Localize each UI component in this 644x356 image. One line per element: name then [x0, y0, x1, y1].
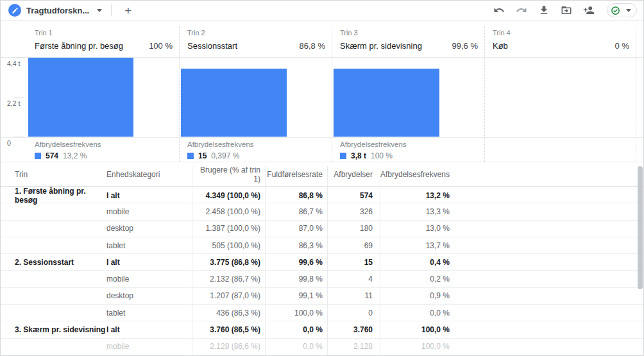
edit-pencil-icon: [8, 4, 21, 17]
cell-abandonment-rate: 13,7 %: [380, 241, 450, 250]
cell-completion: 86,8 %: [265, 191, 327, 200]
step-percent: 0 %: [615, 41, 629, 51]
cell-abandonment-rate: 100,0 %: [380, 342, 450, 351]
cell-users: 2.128 (86,6 %): [192, 342, 265, 351]
cell-trin: 2. Sessionsstart: [1, 258, 106, 267]
column-header-users: Brugere (% af trin 1): [192, 165, 265, 183]
funnel-step-header-2[interactable]: Trin 2 Sessionsstart 86,8 %: [179, 29, 332, 57]
funnel-step-header-4[interactable]: Trin 4 Køb 0 %: [484, 29, 636, 57]
step-label: Trin 2: [187, 29, 325, 37]
cell-abandonment-rate: 100,0 %: [380, 325, 450, 334]
funnel-bar-step-2[interactable]: [181, 69, 287, 137]
cell-completion: 0,0 %: [265, 342, 327, 351]
cell-abandonment-rate: 0,2 %: [380, 275, 450, 284]
cell-abandonment-rate: 13,3 %: [380, 207, 450, 216]
chevron-down-icon[interactable]: [97, 9, 102, 12]
cell-abandonments: 326: [327, 207, 380, 216]
cell-completion: 86,3 %: [265, 241, 327, 250]
cell-device: I alt: [106, 191, 192, 200]
cell-device: I alt: [106, 258, 192, 267]
column-header-completion: Fuldførelsesrate: [265, 170, 327, 179]
funnel-bar-step-1[interactable]: [28, 58, 133, 137]
step-name: Skærm pr. sidevisning: [340, 41, 422, 51]
cell-completion: 99,1 %: [265, 291, 327, 300]
column-header-trin: Trin: [1, 170, 106, 179]
table-row[interactable]: desktop 1.387 (100,0 %) 87,0 % 180 13,0 …: [1, 221, 644, 237]
cell-users: 1.207 (87,0 %): [192, 291, 265, 300]
tab-title: Tragtudforskn...: [26, 6, 89, 15]
funnel-step-header-1[interactable]: Trin 1 Første åbning pr. besøg 100 %: [26, 29, 179, 57]
analytics-funnel-exploration: Tragtudforskn... +: [0, 0, 644, 356]
cell-abandonments: 3.760: [327, 325, 380, 334]
check-circle-icon: [611, 6, 620, 15]
exploration-tab[interactable]: Tragtudforskn...: [8, 4, 102, 17]
vertical-scrollbar[interactable]: [638, 166, 643, 289]
table-column-divider: [380, 166, 380, 356]
cell-abandonments: 69: [327, 241, 380, 250]
table-row[interactable]: 3. Skærm pr. sidevisning I alt 3.760 (86…: [1, 321, 644, 338]
chevron-down-icon: [626, 9, 631, 12]
step-percent: 86,8 %: [300, 41, 325, 51]
column-header-abandonments: Afbrydelser: [327, 170, 380, 179]
cell-users: 436 (86,3 %): [192, 309, 265, 318]
undo-icon[interactable]: [493, 4, 505, 16]
table-row[interactable]: tablet 505 (100,0 %) 86,3 % 69 13,7 %: [1, 237, 644, 254]
dropoff-label: Afbrydelsesfrekvens: [187, 140, 254, 148]
funnel-plot-area: [1, 57, 644, 137]
cell-trin: 1. Første åbning pr. besøg: [1, 187, 106, 205]
y-axis-label: 2,2 t: [7, 99, 20, 107]
y-axis-tick: [13, 57, 24, 58]
add-user-icon[interactable]: [583, 4, 595, 16]
table-column-divider: [327, 166, 328, 356]
add-tab-button[interactable]: +: [119, 3, 137, 18]
cell-device: tablet: [106, 309, 192, 318]
cell-users: 4.349 (100,0 %): [192, 191, 265, 200]
redo-icon[interactable]: [516, 4, 527, 16]
dropoff-value: 574: [46, 151, 58, 160]
cell-device: mobile: [106, 342, 192, 351]
cell-device: I alt: [106, 325, 192, 334]
table-row[interactable]: tablet 436 (86,3 %) 100,0 % 0 0,0 %: [1, 305, 644, 321]
table-row[interactable]: mobile 2.128 (86,6 %) 0,0 % 2.128 100,0 …: [1, 339, 644, 355]
status-pill[interactable]: [607, 3, 637, 17]
cell-abandonment-rate: 13,0 %: [380, 224, 450, 233]
dropoff-percent: 0,397 %: [211, 151, 239, 160]
dropoff-value: 15: [198, 151, 207, 160]
cell-device: mobile: [106, 207, 192, 216]
cell-device: mobile: [106, 275, 192, 284]
divider: [111, 4, 112, 16]
y-axis-tick: [13, 97, 24, 97]
dropoff-percent: 100 %: [371, 151, 393, 160]
table-row[interactable]: desktop 1.207 (87,0 %) 99,1 % 11 0,9 %: [1, 288, 644, 305]
cell-abandonment-rate: 0,9 %: [380, 291, 450, 300]
step-label: Trin 1: [35, 29, 173, 37]
cell-abandonments: 15: [327, 258, 380, 267]
table-column-divider: [192, 166, 192, 356]
table-row[interactable]: mobile 2.458 (100,0 %) 86,7 % 326 13,3 %: [1, 203, 644, 220]
top-bar: Tragtudforskn... +: [1, 1, 643, 21]
step-name: Sessionsstart: [187, 41, 237, 51]
cell-trin: 3. Skærm pr. sidevisning: [1, 325, 106, 334]
table-row[interactable]: 2. Sessionsstart I alt 3.775 (86,8 %) 99…: [1, 254, 644, 271]
cell-users: 3.775 (86,8 %): [192, 258, 265, 267]
download-icon[interactable]: [538, 4, 550, 16]
funnel-bar-step-3[interactable]: [334, 69, 439, 137]
table-row[interactable]: mobile 2.132 (86,7 %) 99,8 % 4 0,2 %: [1, 271, 644, 287]
cell-users: 2.132 (86,7 %): [192, 275, 265, 284]
cell-abandonments: 180: [327, 224, 380, 233]
funnel-step-header-3[interactable]: Trin 3 Skærm pr. sidevisning 99,6 %: [332, 29, 484, 57]
dropoff-label: Afbrydelsesfrekvens: [35, 140, 101, 148]
cell-device: desktop: [106, 291, 192, 300]
cell-completion: 99,6 %: [265, 258, 327, 267]
dropoff-cell-step-3: Afbrydelsesfrekvens 3,8 t 100 %: [332, 140, 407, 160]
table-row[interactable]: 1. Første åbning pr. besøg I alt 4.349 (…: [1, 187, 644, 203]
cell-abandonments: 2.128: [327, 342, 380, 351]
step-name: Køb: [493, 41, 508, 51]
cell-device: desktop: [106, 224, 192, 233]
table-header-row: Trin Enhedskategori Brugere (% af trin 1…: [1, 162, 644, 187]
export-folder-icon[interactable]: [561, 4, 572, 16]
cell-abandonments: 574: [327, 191, 380, 200]
cell-abandonments: 11: [327, 291, 380, 300]
funnel-data-table: Trin Enhedskategori Brugere (% af trin 1…: [1, 162, 644, 356]
dropoff-label: Afbrydelsesfrekvens: [340, 140, 407, 148]
